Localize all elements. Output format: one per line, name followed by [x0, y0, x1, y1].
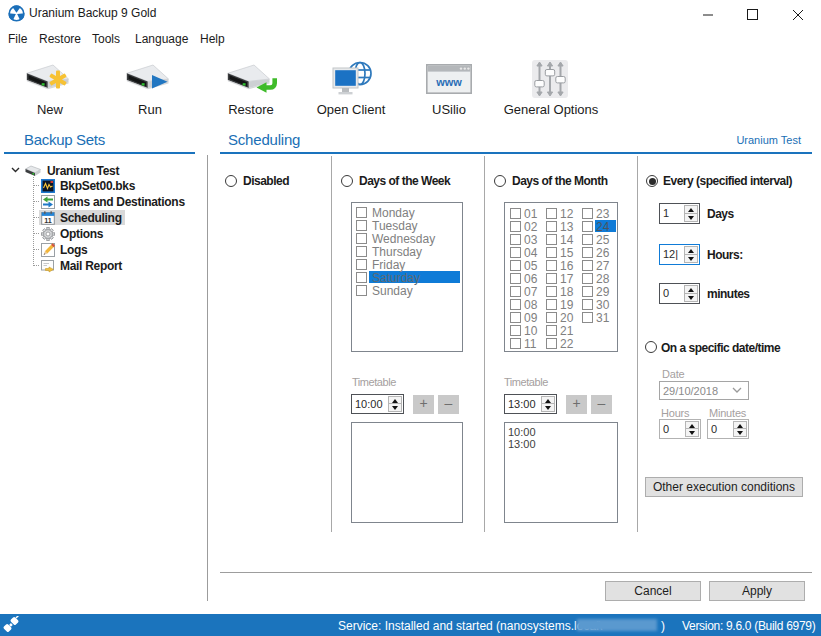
svg-text:11: 11 — [44, 216, 52, 225]
svg-text:www: www — [435, 76, 462, 88]
